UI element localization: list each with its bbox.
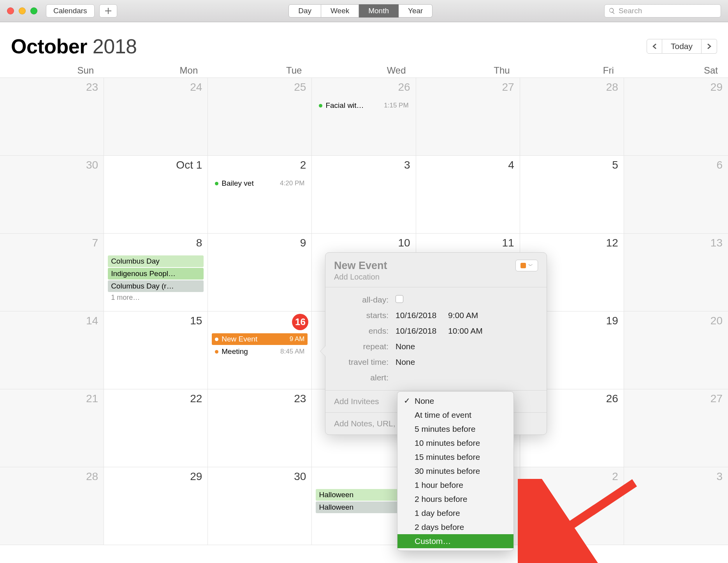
day-number: 27 <box>502 81 514 93</box>
view-week-tab[interactable]: Week <box>321 4 359 18</box>
day-cell[interactable]: 13 <box>624 234 728 311</box>
day-cell[interactable]: 14 <box>0 311 104 389</box>
day-cell[interactable]: 22 <box>104 389 208 467</box>
day-cell[interactable]: 4 <box>416 156 520 234</box>
alert-option[interactable]: 1 day before <box>397 506 513 520</box>
day-number: 9 <box>300 237 306 249</box>
day-number: Oct 1 <box>176 159 202 171</box>
traveltime-field[interactable]: None <box>396 357 415 367</box>
day-cell[interactable]: 7 <box>0 234 104 311</box>
today-marker: 16 <box>292 314 308 330</box>
event-title-field[interactable]: New Event <box>334 260 387 272</box>
day-cell[interactable]: 28 <box>0 467 104 545</box>
event-item[interactable]: Meeting8:45 AM <box>212 346 308 357</box>
day-number: 28 <box>86 470 98 483</box>
more-events-link[interactable]: 1 more… <box>108 292 204 303</box>
day-cell[interactable]: 27 <box>416 78 520 156</box>
month-title: October 2018 <box>11 35 137 58</box>
alert-option[interactable]: 2 hours before <box>397 492 513 506</box>
search-placeholder: Search <box>619 7 642 15</box>
day-cell[interactable]: 30 <box>0 156 104 234</box>
prev-month-button[interactable] <box>647 39 662 54</box>
view-year-tab[interactable]: Year <box>399 4 433 18</box>
next-month-button[interactable] <box>702 39 717 54</box>
ends-time-field[interactable]: 10:00 AM <box>448 326 483 336</box>
day-cell[interactable]: 15 <box>104 311 208 389</box>
search-icon <box>608 7 615 14</box>
day-cell[interactable]: 8Columbus DayIndigenous Peopl…Columbus D… <box>104 234 208 311</box>
event-item[interactable]: Columbus Day (r… <box>108 280 204 292</box>
event-item[interactable]: Facial wit…1:15 PM <box>316 100 411 111</box>
day-cell[interactable]: 24 <box>104 78 208 156</box>
alert-option[interactable]: 2 days before <box>397 520 513 534</box>
day-cell[interactable]: 9 <box>208 234 312 311</box>
month-name: October <box>11 35 87 58</box>
alert-option[interactable]: 15 minutes before <box>397 450 513 464</box>
day-cell[interactable]: 26Facial wit…1:15 PM <box>312 78 416 156</box>
day-number: 23 <box>294 392 306 405</box>
minimize-window-icon[interactable] <box>19 7 26 14</box>
repeat-field[interactable]: None <box>396 342 415 351</box>
day-cell[interactable]: 23 <box>208 389 312 467</box>
event-item[interactable]: New Event9 AM <box>212 333 308 345</box>
day-cell[interactable]: 3 <box>312 156 416 234</box>
alert-option[interactable]: At time of event <box>397 408 513 422</box>
day-cell[interactable]: 30 <box>208 467 312 545</box>
event-location-field[interactable]: Add Location <box>334 273 387 282</box>
search-field[interactable]: Search <box>604 4 721 18</box>
event-title: Facial wit… <box>325 101 381 110</box>
event-title: Meeting <box>222 347 277 356</box>
ends-label: ends: <box>334 326 389 336</box>
starts-label: starts: <box>334 311 389 320</box>
ends-date-field[interactable]: 10/16/2018 <box>396 326 436 336</box>
day-cell[interactable]: 3 <box>624 467 728 545</box>
starts-time-field[interactable]: 9:00 AM <box>448 311 478 320</box>
add-event-button[interactable] <box>99 4 117 18</box>
day-cell[interactable]: 27 <box>624 389 728 467</box>
alert-option[interactable]: Custom… <box>397 534 513 548</box>
calendars-toggle-button[interactable]: Calendars <box>46 4 95 18</box>
weekday-header: SunMonTueWedThuFriSat <box>0 65 728 77</box>
alert-option[interactable]: 30 minutes before <box>397 464 513 478</box>
traveltime-label: travel time: <box>334 357 389 367</box>
alert-option[interactable]: 10 minutes before <box>397 436 513 450</box>
alert-option[interactable]: 5 minutes before <box>397 422 513 436</box>
day-cell[interactable]: 20 <box>624 311 728 389</box>
day-number: 7 <box>92 237 98 249</box>
day-cell[interactable]: 21 <box>0 389 104 467</box>
day-number: 29 <box>190 470 202 483</box>
day-cell[interactable]: 2 <box>520 467 624 545</box>
alert-option[interactable]: 1 hour before <box>397 478 513 492</box>
day-number: 3 <box>404 159 410 171</box>
event-item[interactable]: Columbus Day <box>108 255 204 267</box>
day-cell[interactable]: 6 <box>624 156 728 234</box>
chevron-down-icon: ﹀ <box>528 262 533 269</box>
day-cell[interactable]: 23 <box>0 78 104 156</box>
weekday-label: Sun <box>0 65 104 76</box>
day-cell[interactable]: 29 <box>624 78 728 156</box>
day-number: 26 <box>398 81 410 93</box>
event-title: Bailey vet <box>222 179 277 188</box>
view-day-tab[interactable]: Day <box>288 4 321 18</box>
day-cell[interactable]: 2Bailey vet4:20 PM <box>208 156 312 234</box>
day-cell[interactable]: 5 <box>520 156 624 234</box>
day-number: 13 <box>710 237 723 249</box>
day-cell[interactable]: 16New Event9 AMMeeting8:45 AM <box>208 311 312 389</box>
view-month-tab[interactable]: Month <box>359 4 399 18</box>
day-cell[interactable]: 25 <box>208 78 312 156</box>
day-cell[interactable]: 28 <box>520 78 624 156</box>
day-number: 29 <box>710 81 723 93</box>
day-cell[interactable]: 29 <box>104 467 208 545</box>
allday-checkbox[interactable] <box>396 295 403 303</box>
today-button[interactable]: Today <box>662 39 702 54</box>
starts-date-field[interactable]: 10/16/2018 <box>396 311 436 320</box>
calendar-picker[interactable]: ﹀ <box>515 260 538 271</box>
alert-option[interactable]: None <box>397 394 513 408</box>
event-item[interactable]: Bailey vet4:20 PM <box>212 178 308 189</box>
day-cell[interactable]: Oct 1 <box>104 156 208 234</box>
zoom-window-icon[interactable] <box>30 7 37 14</box>
event-item[interactable]: Indigenous Peopl… <box>108 268 204 280</box>
day-number: 24 <box>190 81 202 93</box>
close-window-icon[interactable] <box>7 7 14 14</box>
event-title: Indigenous Peopl… <box>111 269 200 278</box>
